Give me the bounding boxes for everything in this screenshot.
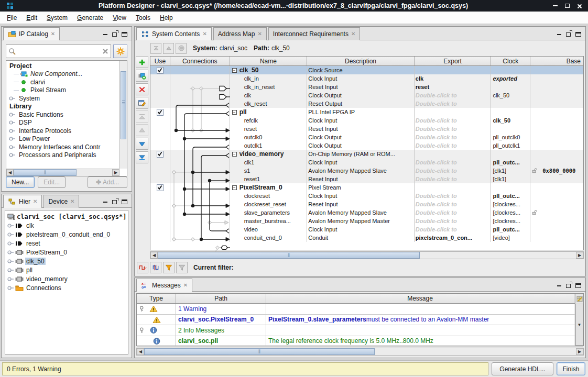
- catalog-item-clarvi[interactable]: clarvi: [6, 78, 119, 86]
- minimize-window-icon[interactable]: [553, 5, 558, 6]
- scroll-down-icon[interactable]: ▼: [575, 304, 583, 346]
- lock-icon[interactable]: [532, 209, 538, 216]
- column-header-clock[interactable]: Clock: [491, 57, 530, 65]
- table-row-reset[interactable]: resetReset InputDouble-click to: [150, 125, 583, 133]
- table-row-reset1[interactable]: reset1Reset InputDouble-click to[clk1]: [150, 175, 583, 183]
- close-tab-icon[interactable]: ✕: [51, 31, 55, 37]
- menu-tools[interactable]: Tools: [131, 13, 155, 23]
- funnel-button[interactable]: [163, 262, 175, 273]
- table-horizontal-scrollbar[interactable]: ◀ ▶: [150, 251, 584, 259]
- messages-horizontal-scrollbar[interactable]: ◀ ▶: [136, 348, 584, 356]
- scroll-right-icon[interactable]: ▶: [576, 348, 583, 355]
- tab-messages[interactable]: x=o=Messages✕: [136, 279, 192, 292]
- export-cell[interactable]: Double-click to: [415, 92, 457, 99]
- hier-item-video-memory[interactable]: video_memory: [5, 274, 128, 283]
- edit-component-button[interactable]: Edit...: [38, 176, 66, 188]
- scroll-left-icon[interactable]: ◀: [137, 348, 144, 355]
- close-tab-icon[interactable]: ✕: [351, 31, 355, 37]
- export-cell[interactable]: Double-click to: [415, 217, 457, 225]
- message-row[interactable]: clarvi_soc.PixelStream_0PixelStream_0.sl…: [137, 315, 583, 326]
- hier-item-reset[interactable]: reset: [5, 239, 128, 248]
- export-cell[interactable]: Double-click to: [415, 159, 457, 167]
- table-row-outclk1[interactable]: outclk1Clock OutputDouble-click topll_ou…: [150, 141, 583, 150]
- hier-item-pll[interactable]: pll: [5, 265, 128, 274]
- minimize-panel-icon[interactable]: [103, 34, 107, 35]
- message-row[interactable]: 1 Warning: [137, 304, 583, 315]
- column-header-export[interactable]: Export: [415, 57, 492, 65]
- maximize-panel-icon[interactable]: [122, 32, 127, 37]
- use-checkbox[interactable]: [157, 151, 164, 158]
- table-row-pll[interactable]: −pllPLL Intel FPGA IP: [150, 108, 583, 116]
- hier-item-clk-50[interactable]: clk_50: [5, 257, 128, 265]
- catalog-item-new-component-[interactable]: New Component...: [6, 70, 119, 79]
- tab-device[interactable]: Device✕: [43, 195, 79, 208]
- menu-view[interactable]: View: [108, 13, 131, 23]
- hier-item-pixelstream-0-conduit-end-0[interactable]: pixelstream_0_conduit_end_0: [5, 230, 128, 239]
- use-checkbox[interactable]: [157, 67, 164, 74]
- table-row-clockreset-reset[interactable]: clockreset_resetReset InputDouble-click …: [150, 200, 583, 208]
- add-component-button[interactable]: ✚ Add...: [88, 176, 127, 188]
- close-tab-icon[interactable]: ✕: [202, 31, 206, 37]
- menu-system[interactable]: System: [42, 13, 72, 23]
- stamp-button[interactable]: [176, 43, 187, 54]
- hier-root[interactable]: clarvi_soc [clarvi_soc.qsys*]: [5, 212, 128, 221]
- minimize-panel-icon[interactable]: [557, 285, 561, 286]
- float-panel-icon[interactable]: [566, 32, 571, 37]
- scroll-left-icon[interactable]: ◀: [150, 252, 158, 259]
- catalog-item-memory-interfaces-and-contr[interactable]: Memory Interfaces and Contr: [6, 143, 119, 151]
- maximize-panel-icon[interactable]: [575, 283, 581, 288]
- maximize-panel-icon[interactable]: [575, 32, 581, 37]
- table-row-s1[interactable]: s1Avalon Memory Mapped SlaveDouble-click…: [150, 167, 583, 175]
- clear-search-icon[interactable]: [102, 48, 108, 54]
- menu-edit[interactable]: Edit: [21, 13, 42, 23]
- catalog-item-processors-and-peripherals[interactable]: Processors and Peripherals: [6, 151, 119, 160]
- messages-vertical-scrollbar[interactable]: ▲ ▼: [575, 304, 583, 346]
- column-header-description[interactable]: Description: [307, 57, 415, 65]
- table-row-clk[interactable]: clkClock OutputDouble-click toclk_50: [150, 91, 583, 99]
- export-cell[interactable]: Double-click to: [415, 100, 457, 108]
- move-bottom-button[interactable]: [136, 151, 148, 163]
- close-tab-icon[interactable]: ✕: [33, 199, 37, 204]
- messages-column-path[interactable]: Path: [176, 294, 266, 303]
- plus-green-button[interactable]: [136, 56, 148, 68]
- message-row[interactable]: 2 Info Messages: [137, 325, 583, 336]
- table-row-slave-parameters[interactable]: slave_parametersAvalon Memory Mapped Sla…: [150, 208, 583, 217]
- hier-item-pixelstream-0[interactable]: PixelStream_0: [5, 248, 128, 257]
- menu-generate[interactable]: Generate: [72, 13, 108, 23]
- add-component-button[interactable]: [136, 70, 148, 82]
- tab-ip-catalog[interactable]: IP Catalog✕: [3, 27, 60, 40]
- base-address[interactable]: 0x800_0000: [542, 167, 575, 175]
- column-header-connections[interactable]: Connections: [170, 57, 230, 65]
- scroll-left-icon[interactable]: ◀: [6, 169, 14, 176]
- use-checkbox[interactable]: [157, 109, 164, 116]
- column-header-base[interactable]: Base: [530, 57, 583, 65]
- catalog-item-dsp[interactable]: DSP: [6, 119, 119, 127]
- catalog-settings-button[interactable]: [113, 45, 127, 58]
- scroll-right-icon[interactable]: ▶: [576, 252, 583, 259]
- wave-blue-button[interactable]: [150, 262, 161, 273]
- table-row-clk-in-reset[interactable]: clk_in_resetReset Inputreset: [150, 83, 583, 91]
- table-row-refclk[interactable]: refclkClock InputDouble-click toclk_50: [150, 116, 583, 125]
- ip-search-input[interactable]: [16, 48, 102, 55]
- restore-window-icon[interactable]: [565, 4, 570, 8]
- float-panel-icon[interactable]: [112, 200, 117, 204]
- tab-system-contents[interactable]: System Contents✕: [136, 27, 212, 40]
- table-row-outclk0[interactable]: outclk0Clock OutputDouble-click topll_ou…: [150, 133, 583, 141]
- catalog-item-interface-protocols[interactable]: Interface Protocols: [6, 127, 119, 135]
- export-cell[interactable]: reset: [415, 83, 429, 91]
- collapse-toggle-icon[interactable]: [139, 305, 146, 313]
- lock-icon[interactable]: [532, 168, 538, 174]
- close-tab-icon[interactable]: ✕: [70, 199, 74, 204]
- table-row-video[interactable]: videoClock InputDouble-click topll_outc.…: [150, 225, 583, 234]
- close-tab-icon[interactable]: ✕: [257, 31, 262, 37]
- tab-address-map[interactable]: Address Map✕: [213, 27, 267, 40]
- catalog-item-low-power[interactable]: Low Power: [6, 135, 119, 143]
- float-panel-icon[interactable]: [112, 32, 117, 37]
- collapse-group-icon[interactable]: −: [232, 185, 237, 190]
- close-tab-icon[interactable]: ✕: [183, 283, 188, 288]
- export-cell[interactable]: clk: [415, 75, 423, 83]
- move-top-sm-button[interactable]: [150, 43, 161, 54]
- export-cell[interactable]: Double-click to: [415, 134, 457, 141]
- table-row-clk1[interactable]: clk1Clock InputDouble-click topll_outc..…: [150, 158, 583, 167]
- message-row[interactable]: clarvi_soc.pllThe legal reference clock …: [137, 336, 583, 347]
